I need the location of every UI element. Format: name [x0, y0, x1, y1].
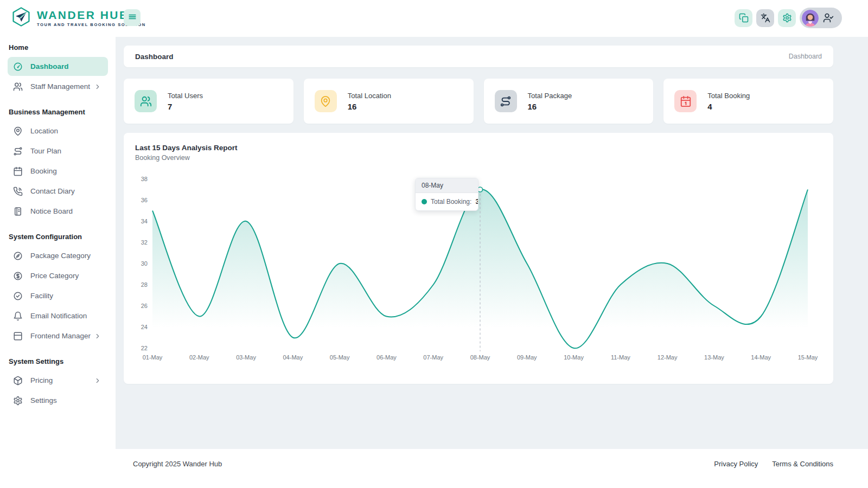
sidebar-item-label: Staff Management [30, 82, 94, 91]
stat-card-total-location: Total Location16 [304, 79, 474, 124]
y-axis-tick: 26 [141, 303, 148, 309]
tooltip-value: 37 [475, 198, 478, 206]
sidebar-item-label: Price Category [30, 272, 101, 280]
user-avatar [802, 10, 819, 27]
booking-area-chart[interactable]: 38363432302826242201-May02-May03-May04-M… [124, 133, 833, 384]
profile-menu[interactable] [800, 8, 842, 28]
package-icon [13, 376, 23, 386]
sidebar-item-location[interactable]: Location [8, 121, 108, 140]
translate-button[interactable] [756, 9, 774, 27]
gear-icon [13, 396, 23, 406]
stats-row: Total Users7Total Location16Total Packag… [124, 79, 833, 124]
sidebar-item-label: Tour Plan [30, 147, 101, 155]
stat-value: 7 [168, 102, 203, 111]
phone-icon [13, 187, 23, 196]
languages-icon [761, 13, 770, 23]
y-axis-tick: 36 [141, 197, 148, 203]
gear-icon [782, 13, 792, 23]
users-icon [135, 90, 157, 112]
calendar-num-icon [674, 90, 697, 112]
sidebar-item-email-notification[interactable]: Email Notification [8, 306, 108, 325]
sidebar-item-tour-plan[interactable]: Tour Plan [8, 142, 108, 160]
topbar-actions [735, 8, 842, 28]
gauge-icon [13, 62, 23, 72]
wanderhub-logo-icon [10, 5, 33, 30]
stat-value: 16 [528, 102, 572, 111]
x-axis-tick: 03-May [236, 354, 256, 361]
page-title: Dashboard [135, 53, 174, 61]
x-axis-tick: 10-May [564, 354, 584, 361]
chevron-right-icon [94, 332, 101, 340]
footer-link-privacy-policy[interactable]: Privacy Policy [714, 460, 758, 468]
series-dot-icon [422, 199, 427, 204]
sidebar-item-staff-management[interactable]: Staff Management [8, 77, 108, 96]
x-axis-tick: 07-May [423, 354, 443, 361]
y-axis-tick: 32 [141, 239, 148, 246]
sidebar-item-contact-diary[interactable]: Contact Diary [8, 182, 108, 201]
x-axis-tick: 04-May [283, 354, 303, 361]
sidebar-section-business-management: Business Management [0, 102, 116, 120]
sidebar-item-settings[interactable]: Settings [8, 391, 108, 410]
stat-label: Total Users [168, 92, 203, 100]
analysis-report-card: Last 15 Days Analysis Report Booking Ove… [124, 133, 833, 384]
compass-icon [13, 251, 23, 261]
sidebar-item-frontend-manager[interactable]: Frontend Manager [8, 326, 108, 345]
sidebar-item-label: Contact Diary [30, 187, 101, 195]
sidebar-item-price-category[interactable]: Price Category [8, 266, 108, 285]
sidebar-item-label: Location [30, 127, 101, 135]
stat-label: Total Location [348, 92, 391, 100]
chevron-right-icon [94, 83, 101, 91]
map-pin-icon [13, 126, 23, 136]
tooltip-date: 08-May [416, 178, 478, 193]
user-check-icon [823, 12, 834, 23]
sidebar-item-pricing[interactable]: Pricing [8, 371, 108, 390]
footer: Copyright 2025 Wander Hub Privacy Policy… [116, 449, 868, 488]
sidebar-item-booking[interactable]: Booking [8, 162, 108, 181]
x-axis-tick: 09-May [517, 354, 537, 361]
users-icon [13, 82, 23, 92]
sidebar-section-system-configuration: System Configuration [0, 227, 116, 245]
y-axis-tick: 38 [141, 176, 148, 182]
sidebar-toggle-button[interactable] [124, 9, 141, 26]
topbar: WANDER HUB TOUR AND TRAVEL BOOKING SOLUT… [0, 0, 868, 37]
page-header: Dashboard Dashboard [124, 46, 833, 67]
notebook-icon [13, 207, 23, 216]
sidebar-section-system-settings: System Settings [0, 352, 116, 370]
settings-button[interactable] [778, 9, 796, 27]
x-axis-tick: 05-May [330, 354, 350, 361]
y-axis-tick: 24 [141, 324, 148, 330]
copy-icon [739, 13, 749, 23]
y-axis-tick: 30 [141, 260, 148, 267]
stat-card-total-package: Total Package16 [484, 79, 654, 124]
check-circle-icon [13, 291, 23, 301]
footer-copyright: Copyright 2025 Wander Hub [133, 460, 222, 468]
dollar-circle-icon [13, 271, 23, 281]
stat-value: 4 [707, 102, 750, 111]
sidebar-item-package-category[interactable]: Package Category [8, 246, 108, 265]
sidebar-item-notice-board[interactable]: Notice Board [8, 202, 108, 221]
sidebar-item-label: Dashboard [30, 62, 101, 70]
x-axis-tick: 13-May [704, 354, 724, 361]
route-icon [13, 146, 23, 156]
map-pin-icon [315, 90, 337, 112]
x-axis-tick: 01-May [143, 354, 163, 361]
x-axis-tick: 11-May [611, 354, 630, 361]
x-axis-tick: 02-May [189, 354, 209, 361]
layout-icon [13, 331, 23, 341]
y-axis-tick: 34 [141, 218, 148, 224]
copy-button[interactable] [735, 9, 752, 27]
sidebar: HomeDashboardStaff ManagementBusiness Ma… [0, 37, 116, 449]
footer-link-terms-conditions[interactable]: Terms & Conditions [772, 460, 833, 468]
sidebar-item-label: Pricing [30, 376, 94, 384]
chevron-right-icon [94, 377, 101, 384]
sidebar-item-facility[interactable]: Facility [8, 286, 108, 305]
x-axis-tick: 12-May [658, 354, 678, 361]
sidebar-item-label: Booking [30, 167, 101, 175]
main-content: Dashboard Dashboard Total Users7Total Lo… [116, 37, 868, 449]
chart-area-fill [152, 189, 808, 352]
stat-card-total-booking: Total Booking4 [663, 79, 833, 124]
route-icon [495, 90, 517, 112]
tooltip-series-label: Total Booking: [431, 198, 471, 206]
sidebar-item-dashboard[interactable]: Dashboard [8, 57, 108, 76]
breadcrumb[interactable]: Dashboard [789, 53, 822, 60]
